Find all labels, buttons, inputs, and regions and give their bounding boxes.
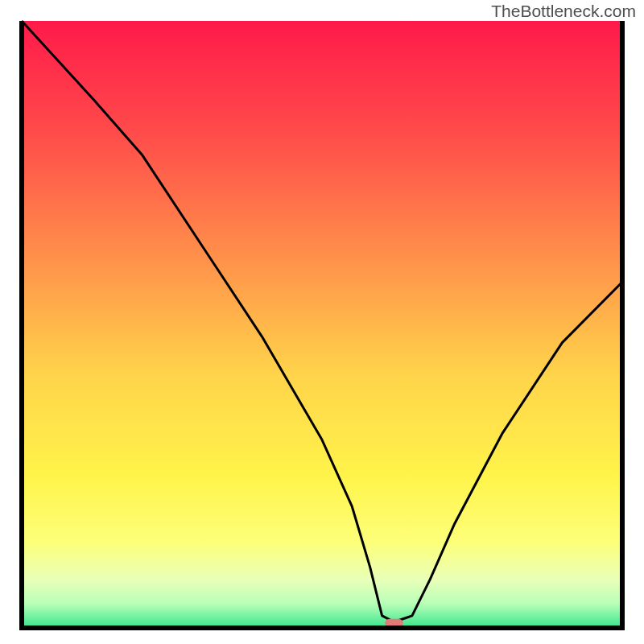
plot-area [22, 21, 622, 628]
watermark-text: TheBottleneck.com [491, 2, 636, 21]
chart-svg [0, 0, 644, 644]
gradient-background [22, 21, 622, 628]
chart-container: TheBottleneck.com [0, 0, 644, 644]
